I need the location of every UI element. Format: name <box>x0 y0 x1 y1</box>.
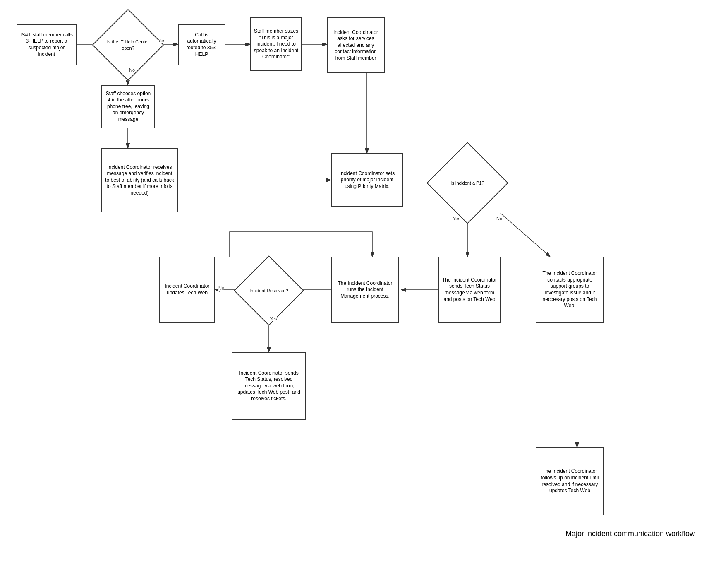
node-contacts-support: The Incident Coordinator contacts approp… <box>536 257 604 323</box>
page-title: Major incident communication workflow <box>565 529 695 538</box>
svg-line-11 <box>500 213 550 257</box>
label-no3: No <box>218 286 224 291</box>
label-no2: No <box>496 216 502 221</box>
node-help-center-open: Is the IT Help Center open? <box>103 19 153 70</box>
node-call-routed: Call is automatically routed to 353-HELP <box>178 24 225 65</box>
flowchart: IS&T staff member calls 3-HELP to report… <box>0 0 728 563</box>
node-sends-resolved: Incident Coordinator sends Tech Status, … <box>232 352 306 420</box>
node-incident-resolved: Incident Resolved? <box>244 266 294 315</box>
label-yes2: Yes <box>453 216 460 221</box>
label-yes3: Yes <box>270 316 277 321</box>
node-staff-option4: Staff chooses option 4 in the after hour… <box>101 85 155 128</box>
node-follows-up: The Incident Coordinator follows up on i… <box>536 447 604 515</box>
label-no1: No <box>129 67 135 72</box>
node-runs-incident-mgmt: The Incident Coordinator runs the Incide… <box>331 257 399 323</box>
node-coordinator-receives: Incident Coordinator receives message an… <box>101 148 178 212</box>
label-yes1: Yes <box>158 38 165 43</box>
node-ist-staff: IS&T staff member calls 3-HELP to report… <box>17 24 77 65</box>
node-sends-tech-status: The Incident Coordinator sends Tech Stat… <box>438 257 500 323</box>
node-staff-states: Staff member states "This is a major inc… <box>250 17 302 71</box>
node-is-p1: Is incident a P1? <box>438 154 496 212</box>
node-updates-tech-web: Incident Coordinator updates Tech Web <box>159 257 215 323</box>
node-sets-priority: Incident Coordinator sets priority of ma… <box>331 153 403 207</box>
node-coordinator-asks: Incident Coordinator asks for services a… <box>327 17 385 73</box>
